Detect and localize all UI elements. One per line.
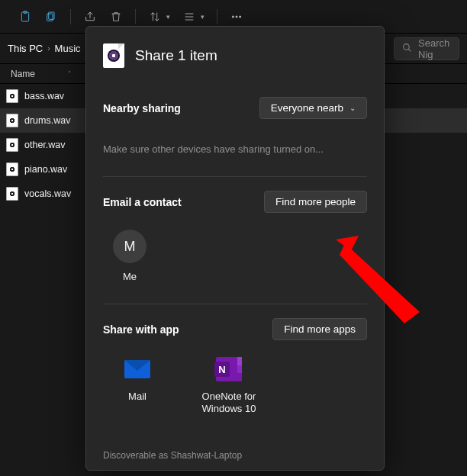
nearby-sharing-label: Nearby sharing: [103, 102, 181, 114]
list-item[interactable]: vocals.wav: [0, 182, 80, 206]
email-contact-label: Email a contact: [103, 196, 182, 208]
discoverable-footer: Discoverable as Shashwat-Laptop: [103, 439, 367, 470]
nearby-sharing-hint: Make sure other devices have sharing tur…: [103, 143, 367, 155]
mail-app-icon: [124, 360, 150, 378]
more-icon[interactable]: [230, 10, 243, 24]
chevron-right-icon: ›: [47, 44, 50, 53]
file-list: bass.wav drums.wav other.wav piano.wav v…: [0, 84, 80, 476]
sort-asc-icon: ˄: [68, 70, 71, 77]
audio-file-icon: [6, 114, 18, 127]
column-name[interactable]: Name ˄: [0, 69, 80, 79]
nearby-sharing-dropdown[interactable]: Everyone nearb ⌄: [259, 97, 367, 119]
onenote-app-icon: [216, 357, 242, 381]
audio-file-icon: [103, 43, 124, 68]
chevron-down-icon: ⌄: [349, 104, 356, 112]
dialog-title: Share 1 item: [135, 47, 217, 64]
audio-file-icon: [6, 89, 18, 103]
share-icon[interactable]: [83, 10, 97, 24]
audio-file-icon: [6, 187, 18, 201]
copy-icon[interactable]: [44, 10, 58, 24]
sort-icon[interactable]: [148, 10, 162, 24]
delete-icon[interactable]: [109, 10, 123, 24]
svg-point-7: [404, 43, 410, 50]
svg-rect-0: [21, 12, 28, 21]
divider: [103, 176, 367, 177]
breadcrumb-folder[interactable]: Music: [55, 43, 81, 54]
share-dialog: Share 1 item Nearby sharing Everyone nea…: [85, 26, 385, 471]
breadcrumb[interactable]: This PC › Music: [0, 43, 81, 54]
list-item[interactable]: other.wav: [0, 133, 80, 157]
divider: [103, 304, 367, 304]
svg-rect-2: [49, 12, 54, 19]
audio-file-icon: [6, 162, 18, 176]
list-item[interactable]: drums.wav: [0, 108, 80, 133]
search-icon: [402, 43, 412, 55]
app-mail[interactable]: Mail: [103, 355, 172, 416]
chevron-down-icon: ▾: [201, 13, 205, 21]
avatar: M: [113, 230, 147, 263]
find-more-people-button[interactable]: Find more people: [264, 191, 367, 213]
view-icon[interactable]: [182, 10, 196, 24]
search-placeholder: Search Nig: [418, 37, 459, 60]
pin-icon[interactable]: [18, 10, 32, 24]
app-onenote[interactable]: OneNote for Windows 10: [195, 355, 263, 416]
list-item[interactable]: bass.wav: [0, 84, 80, 108]
chevron-down-icon: ▾: [166, 13, 170, 21]
svg-point-4: [232, 15, 234, 17]
svg-point-5: [236, 15, 237, 17]
search-input[interactable]: Search Nig: [394, 37, 459, 60]
svg-rect-3: [47, 14, 53, 21]
svg-point-6: [240, 15, 241, 17]
share-with-app-label: Share with app: [103, 323, 179, 336]
find-more-apps-button[interactable]: Find more apps: [272, 318, 367, 340]
breadcrumb-root[interactable]: This PC: [8, 43, 43, 54]
list-item[interactable]: piano.wav: [0, 157, 80, 182]
audio-file-icon: [6, 138, 18, 152]
contact-me[interactable]: M Me: [103, 230, 156, 282]
